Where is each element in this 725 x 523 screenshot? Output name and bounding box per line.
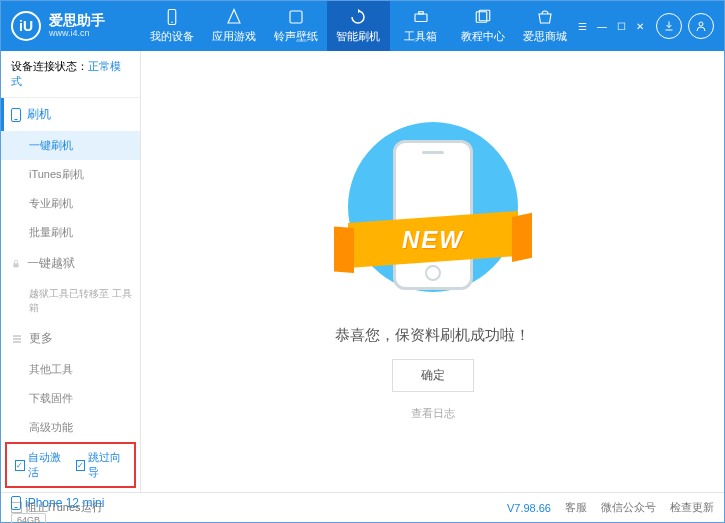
- tab-label: 我的设备: [150, 29, 194, 44]
- device-icon: [163, 8, 181, 26]
- sidebar-item-oneclick[interactable]: 一键刷机: [1, 131, 140, 160]
- phone-icon: [11, 108, 21, 122]
- sidebar-item-othertools[interactable]: 其他工具: [1, 355, 140, 384]
- checkbox-skip-guide[interactable]: ✓ 跳过向导: [76, 450, 127, 480]
- app-url: www.i4.cn: [49, 29, 105, 39]
- app-name: 爱思助手: [49, 13, 105, 28]
- tab-label: 教程中心: [461, 29, 505, 44]
- minimize-icon[interactable]: —: [595, 19, 609, 34]
- checkbox-auto-activate[interactable]: ✓ 自动激活: [15, 450, 66, 480]
- statusbar: 阻止iTunes运行 V7.98.66 客服 微信公众号 检查更新: [1, 492, 724, 522]
- tutorial-icon: [474, 8, 492, 26]
- wechat-link[interactable]: 微信公众号: [601, 500, 656, 515]
- sidebar-item-download-fw[interactable]: 下载固件: [1, 384, 140, 413]
- sidebar-item-itunes[interactable]: iTunes刷机: [1, 160, 140, 189]
- tab-label: 智能刷机: [336, 29, 380, 44]
- svg-point-7: [699, 22, 703, 26]
- menu-icon[interactable]: ☰: [576, 19, 589, 34]
- success-illustration: NEW: [358, 122, 508, 312]
- svg-rect-8: [14, 263, 19, 267]
- sidebar-section-more[interactable]: 更多: [1, 322, 140, 355]
- tab-label: 工具箱: [404, 29, 437, 44]
- download-button[interactable]: [656, 13, 682, 39]
- section-label: 更多: [29, 330, 53, 347]
- toolbox-icon: [412, 8, 430, 26]
- sidebar-item-batch[interactable]: 批量刷机: [1, 218, 140, 247]
- close-icon[interactable]: ✕: [634, 19, 646, 34]
- jailbreak-note: 越狱工具已转移至 工具箱: [1, 280, 140, 322]
- tab-apps[interactable]: 应用游戏: [203, 1, 265, 51]
- status-label: 设备连接状态：: [11, 60, 88, 72]
- app-window: iU 爱思助手 www.i4.cn 我的设备 应用游戏 铃声壁纸 智能刷机: [0, 0, 725, 523]
- confirm-button[interactable]: 确定: [392, 359, 474, 392]
- tab-label: 铃声壁纸: [274, 29, 318, 44]
- main-content: NEW 恭喜您，保资料刷机成功啦！ 确定 查看日志: [141, 51, 724, 492]
- tab-flash[interactable]: 智能刷机: [327, 1, 389, 51]
- connection-status: 设备连接状态：正常模式: [1, 51, 140, 98]
- ribbon-text: NEW: [402, 226, 464, 254]
- flash-options-highlight: ✓ 自动激活 ✓ 跳过向导: [5, 442, 136, 488]
- tab-toolbox[interactable]: 工具箱: [390, 1, 452, 51]
- tab-label: 爱思商城: [523, 29, 567, 44]
- section-label: 刷机: [27, 106, 51, 123]
- sidebar-item-advanced[interactable]: 高级功能: [1, 413, 140, 442]
- check-icon: ✓: [76, 460, 86, 471]
- download-icon: [663, 20, 675, 32]
- svg-point-1: [171, 22, 173, 24]
- svg-rect-4: [418, 12, 423, 14]
- user-button[interactable]: [688, 13, 714, 39]
- phone-icon: [11, 496, 21, 510]
- check-update-link[interactable]: 检查更新: [670, 500, 714, 515]
- sidebar-section-jailbreak[interactable]: 一键越狱: [1, 247, 140, 280]
- version-label[interactable]: V7.98.66: [507, 502, 551, 514]
- apps-icon: [225, 8, 243, 26]
- view-log-link[interactable]: 查看日志: [411, 406, 455, 421]
- checkbox-block-itunes[interactable]: 阻止iTunes运行: [11, 500, 103, 515]
- refresh-icon: [349, 8, 367, 26]
- sidebar-item-pro[interactable]: 专业刷机: [1, 189, 140, 218]
- check-icon: ✓: [15, 460, 25, 471]
- user-icon: [695, 20, 707, 32]
- kefu-link[interactable]: 客服: [565, 500, 587, 515]
- success-message: 恭喜您，保资料刷机成功啦！: [335, 326, 530, 345]
- tab-mydevice[interactable]: 我的设备: [141, 1, 203, 51]
- store-icon: [536, 8, 554, 26]
- logo: iU 爱思助手 www.i4.cn: [11, 11, 141, 41]
- wallpaper-icon: [287, 8, 305, 26]
- window-controls: ☰ — ☐ ✕: [576, 19, 646, 34]
- logo-icon: iU: [11, 11, 41, 41]
- list-icon: [11, 333, 23, 345]
- svg-rect-2: [290, 11, 302, 23]
- checkbox-label: 阻止iTunes运行: [26, 500, 103, 515]
- nav-tabs: 我的设备 应用游戏 铃声壁纸 智能刷机 工具箱 教程中心: [141, 1, 576, 51]
- checkbox-label: 跳过向导: [88, 450, 126, 480]
- tab-label: 应用游戏: [212, 29, 256, 44]
- checkbox-label: 自动激活: [28, 450, 66, 480]
- sidebar: 设备连接状态：正常模式 刷机 一键刷机 iTunes刷机 专业刷机 批量刷机 一…: [1, 51, 141, 492]
- titlebar: iU 爱思助手 www.i4.cn 我的设备 应用游戏 铃声壁纸 智能刷机: [1, 1, 724, 51]
- sidebar-section-flash[interactable]: 刷机: [1, 98, 140, 131]
- section-label: 一键越狱: [27, 255, 75, 272]
- tab-ringtone[interactable]: 铃声壁纸: [265, 1, 327, 51]
- tab-tutorial[interactable]: 教程中心: [452, 1, 514, 51]
- lock-icon: [11, 259, 21, 269]
- maximize-icon[interactable]: ☐: [615, 19, 628, 34]
- tab-store[interactable]: 爱思商城: [514, 1, 576, 51]
- svg-rect-3: [415, 14, 427, 22]
